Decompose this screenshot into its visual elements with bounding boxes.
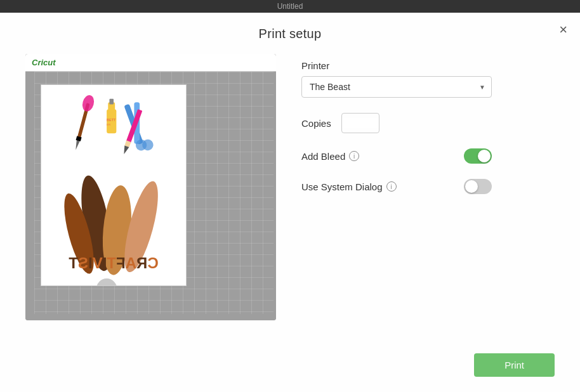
artwork-svg: BETT ER	[41, 85, 186, 285]
use-system-dialog-thumb	[465, 180, 478, 193]
print-button[interactable]: Print	[474, 353, 555, 377]
close-button[interactable]: ×	[559, 23, 567, 37]
add-bleed-thumb	[478, 150, 491, 162]
add-bleed-info-icon[interactable]: i	[349, 151, 359, 161]
add-bleed-label: Add Bleed	[301, 151, 345, 162]
use-system-dialog-label-group: Use System Dialog i	[301, 181, 397, 192]
paper-area: BETT ER	[41, 84, 187, 286]
copies-input[interactable]	[342, 118, 379, 128]
svg-text:BETT: BETT	[107, 118, 116, 122]
modal-title: Print setup	[0, 13, 580, 54]
top-bar: Untitled	[0, 0, 580, 13]
svg-text:ER: ER	[107, 123, 110, 126]
cricut-bar: Cricut	[25, 54, 276, 72]
svg-rect-15	[109, 99, 114, 105]
copies-spinner: ▲ ▼	[341, 113, 379, 133]
preview-area: Cricut	[25, 54, 276, 320]
add-bleed-row: Add Bleed i	[301, 148, 492, 164]
mat-container: Cricut	[25, 54, 276, 320]
window-title: Untitled	[277, 2, 303, 11]
cricut-logo: Cricut	[32, 58, 56, 67]
copies-label: Copies	[301, 118, 331, 129]
modal-footer: Print	[0, 353, 580, 392]
printer-label: Printer	[301, 60, 555, 71]
printer-select-wrapper: The Beast Default Printer Adobe PDF Micr…	[301, 76, 492, 98]
modal-overlay: × Print setup Cricut	[0, 13, 580, 392]
use-system-dialog-row: Use System Dialog i	[301, 179, 492, 194]
modal-body: Cricut	[0, 54, 580, 353]
add-bleed-label-group: Add Bleed i	[301, 151, 359, 162]
add-bleed-toggle[interactable]	[464, 148, 492, 164]
use-system-dialog-label: Use System Dialog	[301, 181, 383, 192]
use-system-dialog-toggle[interactable]	[464, 179, 492, 194]
settings-panel: Printer The Beast Default Printer Adobe …	[301, 54, 555, 194]
svg-text:CRAFTIVIST: CRAFTIVIST	[69, 254, 159, 271]
use-system-dialog-info-icon[interactable]: i	[386, 181, 397, 192]
copies-row: Copies ▲ ▼	[301, 113, 555, 133]
printer-select[interactable]: The Beast Default Printer Adobe PDF Micr…	[301, 76, 492, 98]
printer-field-group: Printer The Beast Default Printer Adobe …	[301, 60, 555, 98]
